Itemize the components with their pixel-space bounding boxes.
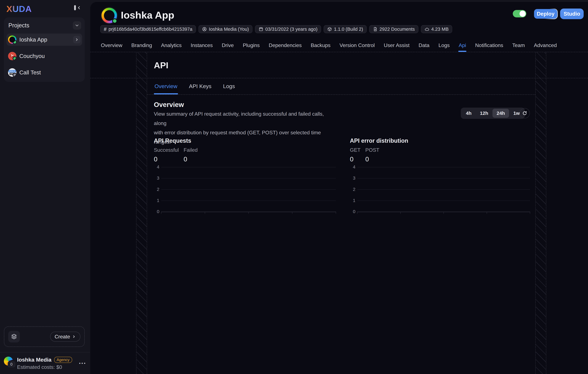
studio-button[interactable]: Studio — [560, 9, 584, 19]
tab-advanced[interactable]: Advanced — [534, 39, 557, 52]
tab-plugins[interactable]: Plugins — [242, 39, 260, 52]
sidebar-collapse-button[interactable] — [74, 5, 81, 10]
app-status-dot — [112, 18, 117, 23]
project-avatar-docx-site-icon: DOCXSITE — [8, 68, 16, 77]
layers-tile-button[interactable] — [8, 331, 20, 343]
app-enabled-toggle[interactable] — [513, 10, 526, 17]
tab-data[interactable]: Data — [418, 39, 430, 52]
tab-analytics[interactable]: Analytics — [161, 39, 182, 52]
estimated-costs-label: Estimated costs: $0 — [17, 364, 72, 370]
api-section-title: API — [154, 60, 168, 70]
status-dot — [12, 56, 16, 60]
layers-icon — [11, 333, 17, 340]
status-dot — [12, 73, 16, 77]
chip-label: 1.1.0 (Build 2) — [334, 27, 363, 32]
page-title: Ioshka App — [121, 9, 174, 21]
legend-value: 0 — [154, 156, 179, 163]
api-subtabs: OverviewAPI KeysLogs — [154, 78, 236, 94]
calendar-icon — [259, 27, 263, 31]
user-account-row: 0 Ioshka Media Agency Estimated costs: $… — [4, 357, 86, 370]
document-icon — [373, 27, 378, 31]
api-error-distribution-chart: API error distribution GET 0 POST 0 4321… — [350, 137, 530, 215]
legend-value: 0 — [184, 156, 198, 163]
subtab-logs[interactable]: Logs — [222, 78, 236, 94]
x-axis-tick — [443, 212, 444, 214]
time-range-4h[interactable]: 4h — [462, 109, 476, 118]
tab-overview[interactable]: Overview — [101, 39, 123, 52]
tab-api[interactable]: Api — [458, 39, 466, 52]
metadata-chip: 4.23 MB — [421, 25, 452, 33]
create-panel: Create — [4, 326, 85, 347]
chevron-left-icon — [76, 5, 81, 10]
x-axis-tick — [400, 212, 401, 214]
y-axis-tick-label: 4 — [350, 165, 355, 170]
metadata-chip: #prj616b5da40cf3bd615effcb6b4215397a — [100, 25, 196, 33]
y-axis-tick-label: 1 — [154, 198, 159, 203]
project-avatar-couch-icon — [8, 52, 16, 60]
sidebar-project-item-ioshka-app[interactable]: Ioshka App — [6, 33, 82, 46]
project-tabs: OverviewBrandingAnalyticsInstancesDriveP… — [101, 39, 557, 52]
legend-value: 0 — [350, 156, 360, 163]
chart-title: API error distribution — [350, 137, 530, 144]
gridline — [161, 178, 336, 178]
subtab-overview[interactable]: Overview — [154, 78, 178, 94]
chip-label: Ioshka Media (You) — [209, 27, 249, 32]
metadata-chip: 1.1.0 (Build 2) — [324, 25, 367, 33]
y-axis-tick-label: 2 — [350, 187, 355, 192]
gridline — [357, 189, 530, 190]
tab-instances[interactable]: Instances — [190, 39, 213, 52]
legend-label: GET — [350, 147, 360, 153]
y-axis-tick-label: 0 — [350, 209, 355, 214]
tab-version-control[interactable]: Version Control — [339, 39, 375, 52]
projects-header: Projects — [8, 22, 29, 29]
time-range-24h[interactable]: 24h — [493, 109, 509, 118]
overview-description-line1: View summary of API request activity, in… — [154, 109, 328, 128]
user-menu-ellipsis-button[interactable]: ••• — [79, 361, 86, 366]
chart-title: API Requests — [154, 137, 336, 144]
x-axis-tick — [161, 212, 161, 214]
brand-logo: XUDA — [6, 4, 32, 14]
y-axis-tick-label: 0 — [154, 209, 159, 214]
tab-logs[interactable]: Logs — [438, 39, 450, 52]
tab-team[interactable]: Team — [512, 39, 525, 52]
gridline — [161, 167, 336, 167]
user-avatar-count-badge: 0 — [8, 362, 15, 367]
project-name: Call Test — [19, 69, 41, 76]
chevron-down-icon — [74, 23, 79, 28]
overview-heading: Overview — [154, 101, 184, 109]
legend-value: 0 — [365, 156, 379, 163]
x-axis-tick — [292, 212, 292, 214]
deploy-button[interactable]: Deploy — [534, 9, 558, 19]
package-icon — [327, 27, 332, 31]
gridline — [161, 189, 336, 190]
tab-user-assist[interactable]: User Assist — [383, 39, 410, 52]
create-button[interactable]: Create — [50, 332, 80, 342]
metadata-chip: Ioshka Media (You) — [199, 25, 252, 33]
project-open-chevron-button[interactable] — [73, 36, 81, 43]
gridline — [357, 200, 530, 201]
tab-branding[interactable]: Branding — [131, 39, 152, 52]
sidebar-project-item-couchyou[interactable]: Couchyou — [6, 50, 82, 62]
time-range-12h[interactable]: 12h — [476, 109, 493, 118]
subtab-api-keys[interactable]: API Keys — [188, 78, 212, 94]
tab-dependencies[interactable]: Dependencies — [268, 39, 302, 52]
refresh-icon — [522, 111, 527, 116]
legend-label: POST — [365, 147, 379, 153]
x-axis-tick — [205, 212, 205, 214]
tab-notifications[interactable]: Notifications — [475, 39, 504, 52]
projects-collapse-button[interactable] — [73, 21, 81, 30]
hash-icon: # — [104, 26, 107, 32]
legend-label: Successful — [154, 147, 179, 153]
chip-label: 2922 Documents — [379, 27, 415, 32]
hatch-gutter-right — [535, 52, 546, 374]
sidebar-project-item-call-test[interactable]: DOCXSITECall Test — [6, 66, 82, 79]
legend-label: Failed — [184, 147, 198, 153]
tab-backups[interactable]: Backups — [310, 39, 331, 52]
tab-drive[interactable]: Drive — [221, 39, 234, 52]
chip-label: prj616b5da40cf3bd615effcb6b4215397a — [109, 27, 192, 32]
app-root: XUDA Projects Ioshka AppCouchyouDOCXSITE… — [0, 0, 588, 374]
refresh-button[interactable] — [520, 108, 530, 118]
x-axis-tick — [530, 212, 530, 214]
user-avatar: 0 — [4, 357, 13, 366]
x-axis-tick — [336, 212, 336, 214]
